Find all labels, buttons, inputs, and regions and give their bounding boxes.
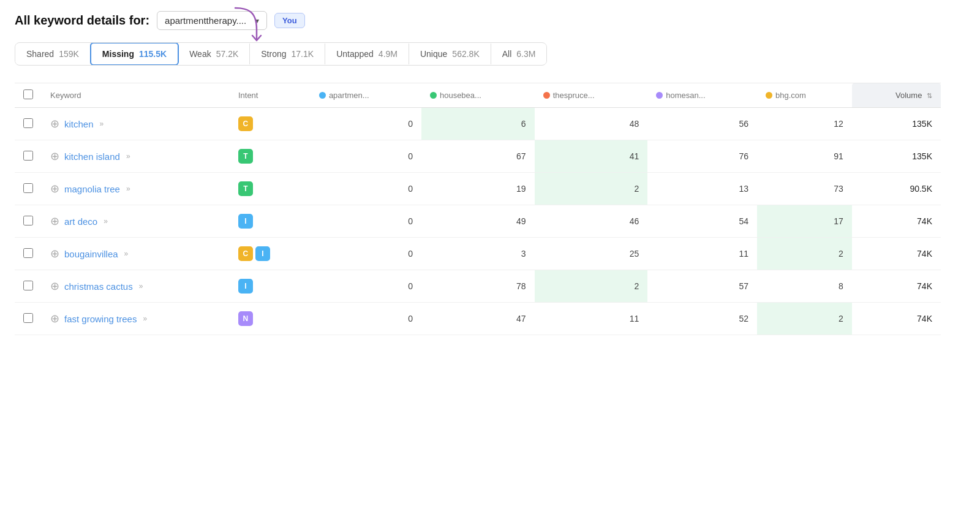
col1-value: 0 [311, 140, 421, 173]
table-row: ⊕ kitchen » C06485612135K [15, 108, 941, 140]
intent-cell: T [230, 173, 311, 205]
volume-value: 74K [852, 303, 941, 335]
col1-value: 0 [311, 303, 421, 335]
col1-dot [319, 92, 326, 99]
volume-value: 135K [852, 140, 941, 173]
col1-value: 0 [311, 205, 421, 238]
volume-col-header[interactable]: Volume ⇅ [852, 83, 941, 108]
keyword-drilldown-icon: » [100, 119, 104, 128]
add-keyword-icon[interactable]: ⊕ [50, 214, 59, 228]
row-checkbox[interactable] [23, 118, 33, 128]
intent-badge-c: C [238, 116, 253, 131]
keyword-drilldown-icon: » [126, 184, 130, 193]
intent-badge-c: C [238, 246, 253, 261]
col5-value: 17 [757, 205, 852, 238]
intent-badge-t: T [238, 181, 253, 196]
keyword-drilldown-icon: » [104, 217, 108, 225]
col4-value: 76 [647, 140, 757, 173]
col2-value: 78 [421, 270, 535, 303]
col4-value: 57 [647, 270, 757, 303]
table-row: ⊕ fast growing trees » N0471152274K [15, 303, 941, 335]
add-keyword-icon[interactable]: ⊕ [50, 247, 59, 260]
col3-value: 2 [535, 270, 648, 303]
tab-untapped[interactable]: Untapped 4.9M [325, 44, 409, 64]
table-row: ⊕ kitchen island » T067417691135K [15, 140, 941, 173]
row-checkbox[interactable] [23, 151, 33, 161]
table-row: ⊕ magnolia tree » T0192137390.5K [15, 173, 941, 205]
keyword-col-header: Keyword [42, 83, 230, 108]
col4-header: homesan... [647, 83, 757, 108]
row-checkbox-cell [15, 270, 42, 303]
keyword-cell: ⊕ fast growing trees » [42, 303, 230, 335]
col2-value: 67 [421, 140, 535, 173]
intent-cell: CI [230, 238, 311, 270]
keyword-cell: ⊕ kitchen island » [42, 140, 230, 173]
intent-cell: N [230, 303, 311, 335]
row-checkbox[interactable] [23, 216, 33, 225]
col2-value: 19 [421, 173, 535, 205]
keyword-link[interactable]: kitchen island [64, 151, 120, 162]
keyword-cell: ⊕ christmas cactus » [42, 270, 230, 303]
col5-dot [766, 92, 772, 99]
keyword-drilldown-icon: » [124, 249, 129, 258]
tab-strong[interactable]: Strong 17.1K [250, 44, 325, 64]
keyword-link[interactable]: magnolia tree [64, 184, 120, 194]
keyword-table: Keyword Intent apartmen... [15, 83, 941, 335]
col4-value: 52 [647, 303, 757, 335]
row-checkbox[interactable] [23, 281, 33, 290]
col4-value: 11 [647, 238, 757, 270]
add-keyword-icon[interactable]: ⊕ [50, 150, 59, 163]
keyword-drilldown-icon: » [143, 314, 147, 323]
col2-value: 6 [421, 108, 535, 140]
col5-value: 2 [757, 303, 852, 335]
col3-value: 46 [535, 205, 648, 238]
row-checkbox-cell [15, 108, 42, 140]
col3-value: 11 [535, 303, 648, 335]
keyword-link[interactable]: fast growing trees [64, 314, 137, 324]
col1-value: 0 [311, 270, 421, 303]
row-checkbox[interactable] [23, 183, 33, 193]
col4-value: 54 [647, 205, 757, 238]
tab-shared[interactable]: Shared 159K [15, 44, 91, 64]
intent-badge-n: N [238, 311, 253, 326]
keyword-link[interactable]: bougainvillea [64, 249, 118, 259]
volume-value: 135K [852, 108, 941, 140]
tab-unique[interactable]: Unique 562.8K [409, 44, 491, 64]
col3-value: 2 [535, 173, 648, 205]
add-keyword-icon[interactable]: ⊕ [50, 312, 59, 325]
col2-value: 49 [421, 205, 535, 238]
row-checkbox[interactable] [23, 248, 33, 258]
intent-cell: T [230, 140, 311, 173]
domain-label: apartmenttherapy.... [165, 15, 246, 26]
row-checkbox[interactable] [23, 313, 33, 323]
col5-value: 73 [757, 173, 852, 205]
add-keyword-icon[interactable]: ⊕ [50, 279, 59, 293]
keyword-link[interactable]: art deco [64, 216, 97, 227]
keyword-cell: ⊕ bougainvillea » [42, 238, 230, 270]
table-row: ⊕ bougainvillea » CI032511274K [15, 238, 941, 270]
keyword-link[interactable]: christmas cactus [64, 281, 133, 292]
col3-value: 48 [535, 108, 648, 140]
col4-value: 13 [647, 173, 757, 205]
col2-value: 47 [421, 303, 535, 335]
col4-value: 56 [647, 108, 757, 140]
intent-cell: I [230, 270, 311, 303]
intent-col-header: Intent [230, 83, 311, 108]
tab-weak[interactable]: Weak 57.2K [178, 44, 250, 64]
col5-header: bhg.com [757, 83, 852, 108]
add-keyword-icon[interactable]: ⊕ [50, 182, 59, 195]
add-keyword-icon[interactable]: ⊕ [50, 117, 59, 131]
domain-dropdown[interactable]: apartmenttherapy.... ▾ [157, 11, 267, 30]
col5-value: 91 [757, 140, 852, 173]
intent-badge-i: I [238, 214, 253, 229]
col1-value: 0 [311, 238, 421, 270]
tab-missing[interactable]: Missing 115.5K [90, 42, 179, 66]
tab-all[interactable]: All 6.3M [491, 44, 547, 64]
select-all-checkbox[interactable] [23, 89, 33, 99]
you-badge: You [274, 13, 305, 28]
intent-cell: I [230, 205, 311, 238]
intent-badge-i: I [238, 279, 253, 294]
intent-badge-i: I [255, 246, 270, 261]
sort-icon: ⇅ [927, 92, 932, 100]
keyword-link[interactable]: kitchen [64, 119, 94, 129]
